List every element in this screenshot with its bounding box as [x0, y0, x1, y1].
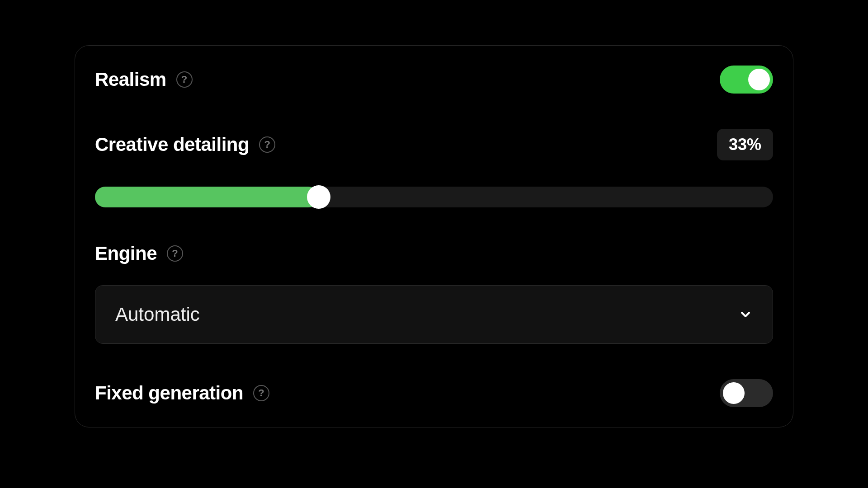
setting-creative-detailing: Creative detailing ? 33% — [95, 129, 773, 207]
slider-fill — [95, 187, 319, 207]
setting-fixed-generation: Fixed generation ? — [95, 379, 773, 407]
realism-toggle[interactable] — [720, 66, 773, 94]
help-icon[interactable]: ? — [259, 136, 275, 153]
engine-label: Engine — [95, 243, 157, 264]
fixed-generation-label-group: Fixed generation ? — [95, 382, 269, 404]
fixed-generation-toggle[interactable] — [720, 379, 773, 407]
toggle-knob — [723, 382, 745, 404]
engine-label-group: Engine ? — [95, 243, 183, 264]
help-icon[interactable]: ? — [253, 385, 269, 401]
creative-detailing-label: Creative detailing — [95, 134, 249, 155]
fixed-generation-label: Fixed generation — [95, 382, 243, 404]
settings-panel: Realism ? Creative detailing ? 33% Engin — [75, 45, 793, 427]
creative-detailing-label-group: Creative detailing ? — [95, 134, 275, 155]
realism-label-group: Realism ? — [95, 69, 193, 90]
help-icon[interactable]: ? — [167, 245, 183, 262]
help-icon[interactable]: ? — [176, 71, 193, 88]
setting-realism: Realism ? — [95, 66, 773, 94]
creative-detailing-slider[interactable] — [95, 187, 773, 207]
chevron-down-icon — [738, 307, 753, 322]
slider-thumb[interactable] — [307, 185, 330, 209]
creative-detailing-value: 33% — [717, 129, 773, 160]
toggle-knob — [748, 69, 770, 90]
engine-select-value: Automatic — [115, 304, 200, 325]
engine-select[interactable]: Automatic — [95, 285, 773, 344]
realism-label: Realism — [95, 69, 166, 90]
setting-engine: Engine ? Automatic — [95, 243, 773, 344]
